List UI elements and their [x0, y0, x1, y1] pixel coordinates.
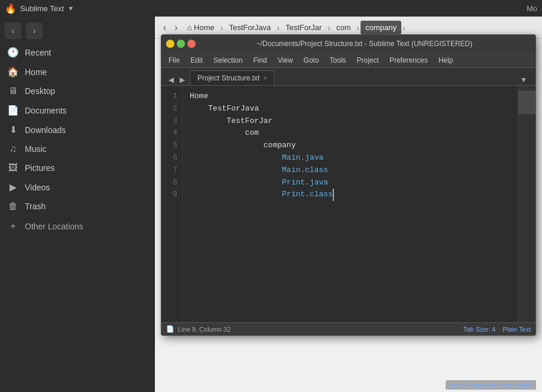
tab-nav: ◀ ▶: [166, 74, 187, 85]
tab-label: Project Structure.txt: [197, 74, 259, 82]
nav-back-button[interactable]: ‹: [5, 22, 21, 39]
status-left: 📄 Line 9, Column 32: [166, 325, 231, 333]
breadcrumb-separator-1: ›: [220, 23, 223, 33]
sublime-text-window: ~/Documents/Project Structure.txt - Subl…: [161, 34, 536, 336]
breadcrumb-back-button[interactable]: ‹: [160, 21, 170, 34]
line-num-6: 6: [161, 152, 177, 164]
status-position: Line 9, Column 32: [178, 326, 231, 333]
file-manager: ‹ › 🕐 Recent 🏠 Home 🖥 Desktop 📄 Document…: [0, 17, 542, 392]
tab-next-button[interactable]: ▶: [177, 74, 187, 85]
sidebar-item-recent[interactable]: 🕐 Recent: [0, 43, 154, 62]
breadcrumb-item-home[interactable]: ⌂ Home: [183, 21, 219, 34]
window-close-button[interactable]: [187, 40, 196, 48]
line-num-9: 9: [161, 189, 177, 201]
sublime-statusbar: 📄 Line 9, Column 32 Tab Size: 4 Plain Te…: [161, 322, 535, 335]
breadcrumb-item-com[interactable]: com: [332, 21, 356, 34]
other-locations-label: Other Locations: [25, 222, 83, 231]
editor-tab-project-structure[interactable]: Project Structure.txt ×: [190, 70, 274, 85]
sidebar-item-videos[interactable]: ▶ Videos: [0, 177, 154, 197]
line-num-3: 3: [161, 115, 177, 128]
home-icon: 🏠: [7, 66, 19, 77]
breadcrumb-item-company[interactable]: company: [361, 21, 401, 34]
sidebar-item-desktop-label: Desktop: [25, 86, 55, 96]
sublime-tabbar: ◀ ▶ Project Structure.txt × ▼: [161, 68, 535, 86]
sidebar-item-music-label: Music: [25, 144, 47, 154]
code-line-4: com: [190, 127, 511, 140]
tab-close-button[interactable]: ×: [263, 75, 267, 82]
url-bar: https://blog.csdn.net/smeg01: [446, 380, 536, 390]
sublime-titlebar: ~/Documents/Project Structure.txt - Subl…: [161, 35, 535, 53]
tab-prev-button[interactable]: ◀: [166, 74, 176, 85]
desktop-icon: 🖥: [7, 86, 19, 96]
status-right: Tab Size: 4 Plain Text: [463, 326, 531, 333]
sidebar-item-downloads-label: Downloads: [25, 125, 66, 135]
menu-selection[interactable]: Selection: [209, 55, 247, 66]
code-line-1: Home: [190, 90, 511, 103]
minimap-handle[interactable]: [518, 90, 535, 114]
line-num-5: 5: [161, 140, 177, 152]
window-maximize-button[interactable]: [177, 40, 185, 48]
music-icon: ♫: [7, 144, 19, 154]
sidebar-item-documents[interactable]: 📄 Documents: [0, 101, 154, 120]
code-line-7: Main.class: [190, 164, 511, 177]
sidebar-item-pictures[interactable]: 🖼 Pictures: [0, 158, 154, 177]
menu-help[interactable]: Help: [434, 55, 458, 66]
menu-file[interactable]: File: [164, 55, 184, 66]
app-title: Sublime Text: [20, 4, 64, 13]
line-num-7: 7: [161, 164, 177, 177]
menu-goto[interactable]: Goto: [299, 55, 324, 66]
pictures-icon: 🖼: [7, 163, 19, 173]
status-tab-info: Tab Size: 4: [463, 326, 495, 333]
code-line-6: Main.java: [190, 152, 511, 164]
add-icon: ＋: [7, 220, 19, 232]
titlebar-right: Mo: [527, 4, 537, 13]
line-num-8: 8: [161, 177, 177, 189]
line-num-1: 1: [161, 90, 177, 103]
sidebar-item-home[interactable]: 🏠 Home: [0, 62, 154, 82]
titlebar-arrow[interactable]: ▼: [67, 5, 74, 12]
sidebar-item-trash-label: Trash: [25, 202, 46, 211]
sidebar-item-music[interactable]: ♫ Music: [0, 140, 154, 158]
code-line-5: company: [190, 140, 511, 152]
menu-find[interactable]: Find: [248, 55, 271, 66]
sidebar-item-trash[interactable]: 🗑 Trash: [0, 197, 154, 216]
breadcrumb-forward-button[interactable]: ›: [171, 21, 181, 34]
sidebar-item-videos-label: Videos: [25, 183, 50, 192]
menu-preferences[interactable]: Preferences: [385, 55, 433, 66]
breadcrumb-item-testforjar[interactable]: TestForJar: [281, 21, 326, 34]
sidebar-item-downloads[interactable]: ⬇ Downloads: [0, 120, 154, 140]
sidebar-item-other-locations[interactable]: ＋ Other Locations: [0, 216, 154, 237]
editor-body: 1 2 3 4 5 6 7 8 9 Home TestForJava TestF…: [161, 86, 535, 322]
breadcrumb-more-arrow: ›: [403, 23, 405, 33]
menu-project[interactable]: Project: [352, 55, 384, 66]
videos-icon: ▶: [7, 182, 19, 193]
line-numbers: 1 2 3 4 5 6 7 8 9: [161, 86, 183, 322]
line-num-4: 4: [161, 127, 177, 140]
breadcrumb-separator-3: ›: [327, 23, 330, 33]
code-line-2: TestForJava: [190, 103, 511, 115]
window-minimize-button[interactable]: [166, 40, 174, 48]
sidebar-item-home-label: Home: [25, 67, 47, 77]
tab-dropdown-button[interactable]: ▼: [517, 74, 531, 85]
code-line-3: TestForJar: [190, 115, 511, 128]
breadcrumb-item-testforjava[interactable]: TestForJava: [224, 21, 275, 34]
sidebar-item-desktop[interactable]: 🖥 Desktop: [0, 82, 154, 101]
menu-edit[interactable]: Edit: [186, 55, 207, 66]
sidebar-nav: ‹ ›: [0, 21, 154, 40]
minimap: [518, 86, 535, 322]
breadcrumb-separator-2: ›: [277, 23, 280, 33]
sidebar-item-recent-label: Recent: [25, 48, 51, 57]
downloads-icon: ⬇: [7, 124, 19, 135]
nav-forward-button[interactable]: ›: [26, 22, 43, 39]
breadcrumb-separator-4: ›: [357, 23, 360, 33]
sidebar: ‹ › 🕐 Recent 🏠 Home 🖥 Desktop 📄 Document…: [0, 17, 155, 392]
code-line-8: Print.java: [190, 177, 511, 189]
editor-content[interactable]: Home TestForJava TestForJar com company …: [183, 86, 518, 322]
trash-icon: 🗑: [7, 201, 19, 212]
status-file-icon: 📄: [166, 325, 174, 333]
line-num-2: 2: [161, 103, 177, 115]
app-icon: 🔥: [5, 3, 17, 14]
menu-view[interactable]: View: [273, 55, 298, 66]
menu-tools[interactable]: Tools: [325, 55, 351, 66]
sublime-menubar: File Edit Selection Find View Goto Tools…: [161, 53, 535, 68]
